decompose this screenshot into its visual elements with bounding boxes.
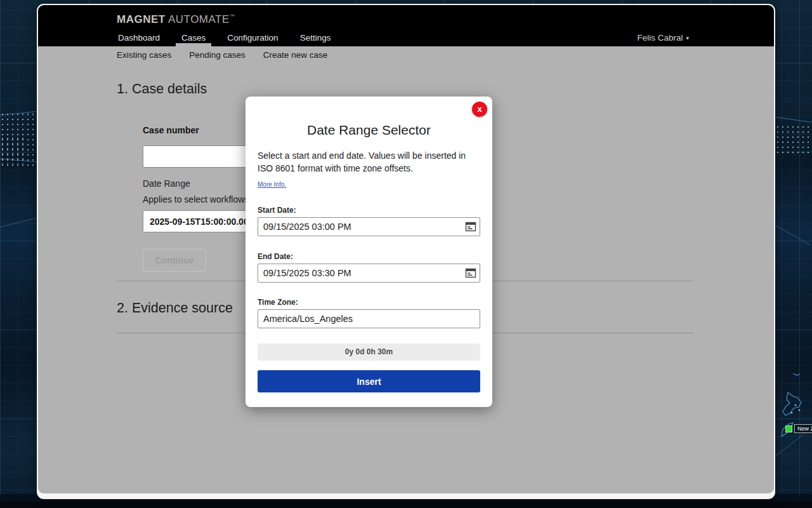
logo-automate: AUTOMATE — [166, 13, 230, 25]
subnav-create-new-case[interactable]: Create new case — [263, 50, 327, 60]
nav-item-cases[interactable]: Cases — [180, 29, 207, 46]
modal-description: Select a start and end date. Values will… — [258, 149, 480, 175]
map-marker-icon — [785, 425, 792, 432]
app-header: MAGNET AUTOMATE™ Dashboard Cases Configu… — [38, 5, 774, 46]
subnav-pending-cases[interactable]: Pending cases — [189, 50, 246, 60]
close-icon[interactable]: x — [472, 102, 487, 117]
nav-item-configuration[interactable]: Configuration — [226, 29, 279, 46]
nav-item-dashboard[interactable]: Dashboard — [117, 29, 161, 46]
insert-button[interactable]: Insert — [258, 370, 480, 392]
continue-button[interactable]: Continue — [143, 249, 206, 272]
user-menu[interactable]: Felis Cabral ▾ — [637, 33, 689, 43]
calendar-icon[interactable] — [465, 267, 476, 279]
end-date-label: End Date: — [258, 252, 293, 261]
new-zealand-outline-icon — [774, 368, 812, 464]
map-new-zealand: New Zealand — [774, 368, 812, 464]
cases-subnav: Existing cases Pending cases Create new … — [38, 46, 774, 64]
map-label-new-zealand: New Zealand — [785, 424, 812, 433]
start-date-input[interactable] — [258, 217, 480, 236]
user-name: Felis Cabral — [637, 33, 683, 43]
map-dots-right — [775, 124, 812, 155]
end-date-input[interactable] — [258, 264, 480, 283]
time-zone-input[interactable] — [258, 309, 480, 328]
modal-title: Date Range Selector — [246, 123, 492, 138]
map-label-text: New Zealand — [794, 424, 812, 433]
duration-display: 0y 0d 0h 30m — [258, 344, 480, 361]
logo-magnet: MAGNET — [117, 13, 166, 25]
date-range-selector-modal: x Date Range Selector Select a start and… — [246, 97, 492, 407]
subnav-existing-cases[interactable]: Existing cases — [117, 50, 171, 60]
chevron-down-icon: ▾ — [686, 35, 689, 41]
magnet-automate-logo: MAGNET AUTOMATE™ — [117, 13, 774, 26]
start-date-label: Start Date: — [258, 206, 296, 215]
calendar-icon[interactable] — [465, 221, 476, 232]
primary-nav: Dashboard Cases Configuration Settings F… — [117, 29, 774, 46]
desktop-bottom-bar — [0, 502, 812, 508]
time-zone-label: Time Zone: — [258, 298, 298, 307]
logo-trademark: ™ — [230, 13, 235, 19]
nav-item-settings[interactable]: Settings — [299, 29, 332, 46]
section-title-case-details: 1. Case details — [117, 81, 774, 97]
more-info-link[interactable]: More Info. — [258, 181, 286, 188]
